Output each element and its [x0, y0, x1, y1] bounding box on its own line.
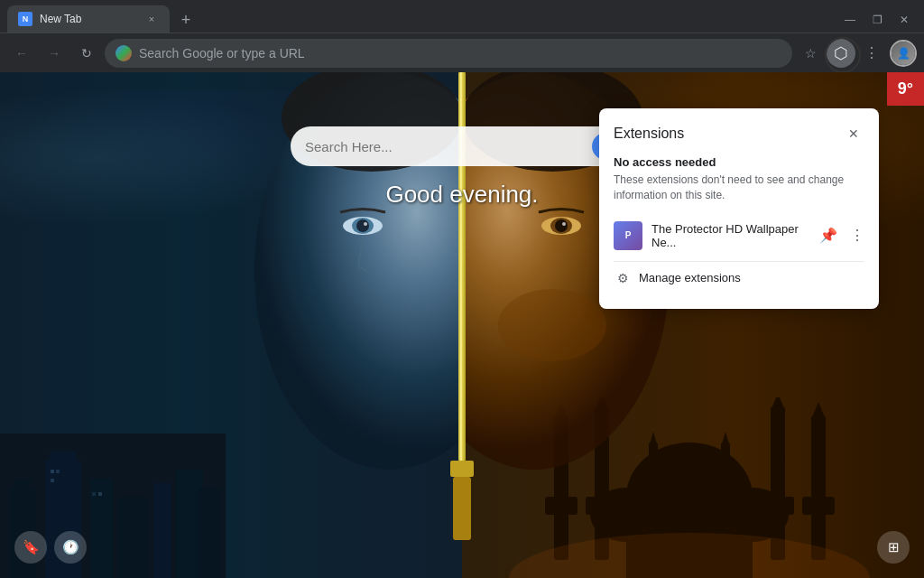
svg-rect-11 [51, 479, 54, 482]
navigation-toolbar: ← → ↻ Search Google or type a URL ☆ ⬡ ⋮ … [0, 33, 924, 72]
google-icon [116, 45, 132, 61]
temperature-badge: 9° [887, 72, 924, 106]
address-text: Search Google or type a URL [139, 46, 781, 61]
profile-button[interactable]: 👤 [890, 40, 917, 67]
bookmark-star-button[interactable]: ☆ [796, 39, 825, 68]
chrome-menu-button[interactable]: ⋮ [857, 39, 886, 68]
maximize-button[interactable]: ❐ [864, 11, 890, 29]
popup-title: Extensions [614, 126, 684, 142]
svg-rect-32 [721, 443, 730, 524]
manage-extensions-label: Manage extensions [639, 271, 741, 284]
manage-extensions-link[interactable]: ⚙ Manage extensions [614, 261, 864, 294]
gear-icon: ⚙ [614, 269, 632, 287]
star-icon: ☆ [805, 46, 817, 61]
address-bar[interactable]: Search Google or type a URL [105, 39, 792, 68]
minimize-button[interactable]: — [837, 11, 863, 29]
svg-rect-1 [14, 479, 32, 492]
tab-close-button[interactable]: × [144, 12, 159, 26]
tab-title: New Tab [40, 13, 137, 25]
svg-rect-13 [98, 492, 102, 496]
no-access-desc: These extensions don't need to see and c… [614, 172, 864, 203]
bookmark-icon-btn[interactable]: 🔖 [14, 531, 47, 564]
history-icon: 🕐 [62, 539, 79, 555]
no-access-label: No access needed [614, 155, 864, 169]
tab-bar: N New Tab × + — ❐ ✕ [0, 0, 924, 33]
grid-icon-btn[interactable]: ⊞ [877, 531, 910, 564]
extension-more-button[interactable]: ⋮ [850, 227, 864, 244]
back-icon: ← [15, 46, 28, 61]
extension-name: The Protector HD Wallpaper Ne... [651, 222, 810, 249]
search-box[interactable]: 🔍 [291, 126, 633, 166]
svg-marker-25 [771, 397, 785, 411]
search-input[interactable] [305, 139, 585, 154]
svg-rect-8 [199, 488, 221, 578]
forward-icon: → [48, 46, 60, 61]
extension-icon: P [614, 221, 642, 250]
extension-pin-button[interactable]: 📌 [819, 227, 837, 244]
popup-close-button[interactable]: ✕ [843, 123, 864, 144]
svg-point-39 [364, 222, 367, 226]
temperature-text: 9° [898, 79, 913, 98]
extensions-popup: Extensions ✕ No access needed These exte… [599, 108, 879, 309]
tab-favicon: N [18, 12, 32, 26]
menu-icon: ⋮ [864, 44, 879, 61]
bookmark-icon: 🔖 [23, 539, 40, 555]
new-tab-button[interactable]: + [173, 7, 199, 33]
svg-rect-9 [51, 470, 54, 473]
active-tab[interactable]: N New Tab × [7, 5, 170, 33]
back-button[interactable]: ← [7, 39, 36, 68]
forward-button[interactable]: → [40, 39, 69, 68]
bottom-left-icons: 🔖 🕐 [14, 531, 87, 564]
extensions-button[interactable]: ⬡ [827, 39, 855, 68]
svg-rect-29 [802, 497, 835, 515]
history-icon-btn[interactable]: 🕐 [54, 531, 87, 564]
new-tab-page: 🔍 Good evening. 9° 🔖 🕐 ⊞ [0, 72, 924, 578]
refresh-button[interactable]: ↻ [72, 39, 101, 68]
grid-icon: ⊞ [888, 539, 900, 555]
svg-rect-49 [450, 461, 474, 477]
extension-item: P The Protector HD Wallpaper Ne... 📌 ⋮ [614, 214, 864, 257]
window-controls: — ❐ ✕ [837, 11, 917, 33]
chrome-browser: N New Tab × + — ❐ ✕ ← → ↻ Search Google … [0, 0, 924, 578]
svg-point-46 [498, 289, 606, 361]
svg-rect-27 [811, 415, 826, 560]
svg-point-45 [562, 222, 566, 226]
svg-point-38 [356, 219, 369, 232]
profile-avatar: 👤 [892, 42, 915, 65]
bottom-right-icons: ⊞ [877, 531, 910, 564]
svg-rect-10 [56, 470, 60, 473]
svg-rect-26 [762, 497, 794, 515]
svg-rect-50 [453, 477, 471, 540]
svg-rect-6 [153, 483, 171, 578]
search-container: 🔍 [291, 126, 633, 166]
svg-marker-33 [721, 432, 730, 447]
svg-marker-28 [811, 402, 826, 420]
svg-rect-12 [92, 492, 96, 496]
svg-rect-24 [771, 406, 785, 560]
greeting-text: Good evening. [385, 181, 538, 208]
refresh-icon: ↻ [81, 46, 92, 61]
greeting-container: Good evening. [385, 181, 538, 209]
close-button[interactable]: ✕ [892, 11, 917, 29]
popup-header: Extensions ✕ [614, 123, 864, 144]
svg-rect-3 [50, 452, 77, 465]
toolbar-icons: ☆ ⬡ ⋮ [796, 39, 886, 68]
svg-point-44 [555, 219, 568, 232]
svg-rect-5 [117, 497, 149, 578]
extensions-icon: ⬡ [834, 43, 848, 63]
